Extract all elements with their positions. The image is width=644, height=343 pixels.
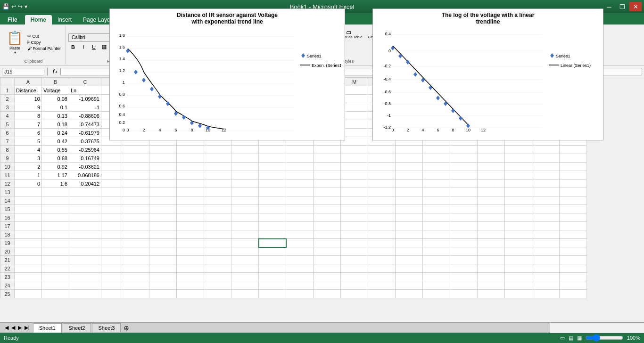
- cell-B2[interactable]: 0.08: [42, 95, 69, 103]
- cell-D16[interactable]: [101, 213, 121, 222]
- cell-Q19[interactable]: [450, 239, 478, 247]
- cell-P16[interactable]: [423, 213, 450, 222]
- cell-F20[interactable]: [149, 247, 177, 256]
- cell-G15[interactable]: [177, 205, 204, 213]
- cell-P25[interactable]: [423, 290, 450, 298]
- cell-A23[interactable]: [15, 273, 42, 281]
- cell-G18[interactable]: [177, 230, 204, 239]
- cell-G19[interactable]: [177, 239, 204, 247]
- cell-M23[interactable]: [341, 273, 368, 281]
- cell-N14[interactable]: [368, 196, 396, 205]
- cell-S13[interactable]: [505, 188, 532, 196]
- cut-button[interactable]: ✂ Cut: [26, 33, 62, 39]
- page-layout-icon[interactable]: ▤: [569, 335, 573, 341]
- cell-H15[interactable]: [204, 205, 231, 213]
- cell-B17[interactable]: [42, 222, 69, 230]
- row-header-3[interactable]: 3: [0, 103, 15, 112]
- cell-B8[interactable]: 0.55: [42, 146, 69, 154]
- cell-Q25[interactable]: [450, 290, 478, 298]
- cell-T20[interactable]: [532, 247, 560, 256]
- cell-E21[interactable]: [121, 256, 149, 264]
- cell-T16[interactable]: [532, 213, 560, 222]
- cell-A22[interactable]: [15, 264, 42, 273]
- cell-J10[interactable]: [259, 163, 286, 171]
- chart2-container[interactable]: The log of the voltage with a linear tre…: [372, 77, 603, 140]
- cell-A12[interactable]: 0: [15, 180, 42, 188]
- cell-R14[interactable]: [478, 196, 505, 205]
- cell-M22[interactable]: [341, 264, 368, 273]
- cell-D24[interactable]: [101, 281, 121, 290]
- cell-A13[interactable]: [15, 188, 42, 196]
- cell-T25[interactable]: [532, 290, 560, 298]
- cell-L8[interactable]: [314, 146, 341, 154]
- cell-H23[interactable]: [204, 273, 231, 281]
- cell-P22[interactable]: [423, 264, 450, 273]
- cell-F17[interactable]: [149, 222, 177, 230]
- close-button[interactable]: ✕: [629, 2, 642, 11]
- cell-U18[interactable]: [560, 230, 587, 239]
- cell-M19[interactable]: [341, 239, 368, 247]
- cell-A16[interactable]: [15, 213, 42, 222]
- row-header-7[interactable]: 7: [0, 137, 15, 146]
- sheet-first-button[interactable]: |◀: [2, 325, 10, 331]
- cell-J24[interactable]: [259, 281, 286, 290]
- cell-S20[interactable]: [505, 247, 532, 256]
- col-header-C[interactable]: C: [69, 78, 101, 86]
- cell-R13[interactable]: [478, 188, 505, 196]
- cell-G17[interactable]: [177, 222, 204, 230]
- cell-R22[interactable]: [478, 264, 505, 273]
- cell-O24[interactable]: [396, 281, 423, 290]
- cell-H9[interactable]: [204, 154, 231, 163]
- cell-I13[interactable]: [231, 188, 259, 196]
- cell-A10[interactable]: 2: [15, 163, 42, 171]
- cell-T24[interactable]: [532, 281, 560, 290]
- cell-F12[interactable]: [149, 180, 177, 188]
- cell-K10[interactable]: [286, 163, 314, 171]
- cell-I15[interactable]: [231, 205, 259, 213]
- cell-C21[interactable]: [69, 256, 101, 264]
- cell-S17[interactable]: [505, 222, 532, 230]
- cell-Q8[interactable]: [450, 146, 478, 154]
- cell-I21[interactable]: [231, 256, 259, 264]
- cell-B10[interactable]: 0.92: [42, 163, 69, 171]
- row-header-16[interactable]: 16: [0, 213, 15, 222]
- cell-H25[interactable]: [204, 290, 231, 298]
- cell-P10[interactable]: [423, 163, 450, 171]
- cell-I23[interactable]: [231, 273, 259, 281]
- cell-M12[interactable]: [341, 180, 368, 188]
- cell-N25[interactable]: [368, 290, 396, 298]
- cell-O22[interactable]: [396, 264, 423, 273]
- row-header-20[interactable]: 20: [0, 247, 15, 256]
- cell-K9[interactable]: [286, 154, 314, 163]
- copy-button[interactable]: ⎘ Copy: [26, 40, 62, 45]
- cell-N23[interactable]: [368, 273, 396, 281]
- cell-K18[interactable]: [286, 230, 314, 239]
- cell-P24[interactable]: [423, 281, 450, 290]
- cell-I24[interactable]: [231, 281, 259, 290]
- cell-R25[interactable]: [478, 290, 505, 298]
- cell-C20[interactable]: [69, 247, 101, 256]
- row-header-6[interactable]: 6: [0, 129, 15, 137]
- cell-A8[interactable]: 4: [15, 146, 42, 154]
- redo-icon[interactable]: ↪: [18, 3, 23, 10]
- cell-S12[interactable]: [505, 180, 532, 188]
- cell-C23[interactable]: [69, 273, 101, 281]
- cell-U23[interactable]: [560, 273, 587, 281]
- cell-D19[interactable]: [101, 239, 121, 247]
- cell-C13[interactable]: [69, 188, 101, 196]
- cell-B9[interactable]: 0.68: [42, 154, 69, 163]
- sheet-tab-1[interactable]: Sheet1: [33, 323, 62, 333]
- cell-O15[interactable]: [396, 205, 423, 213]
- cell-Q12[interactable]: [450, 180, 478, 188]
- cell-S10[interactable]: [505, 163, 532, 171]
- cell-S24[interactable]: [505, 281, 532, 290]
- dropdown-icon[interactable]: ▾: [25, 3, 27, 10]
- cell-M17[interactable]: [341, 222, 368, 230]
- cell-O20[interactable]: [396, 247, 423, 256]
- cell-Q11[interactable]: [450, 171, 478, 180]
- cell-A6[interactable]: 6: [15, 129, 42, 137]
- cell-Q20[interactable]: [450, 247, 478, 256]
- cell-Q22[interactable]: [450, 264, 478, 273]
- cell-B7[interactable]: 0.42: [42, 137, 69, 146]
- cell-P14[interactable]: [423, 196, 450, 205]
